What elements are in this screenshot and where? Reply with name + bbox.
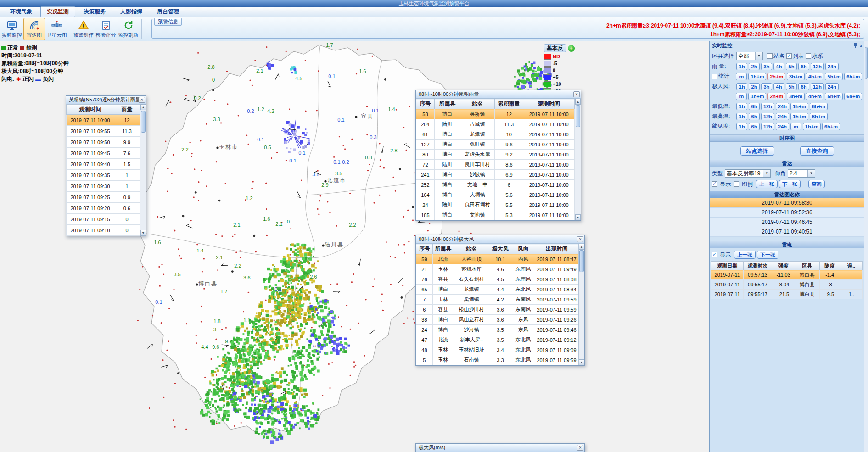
radar-show-checkbox[interactable] — [712, 181, 717, 187]
stats-checkbox[interactable] — [712, 74, 717, 79]
table-row[interactable]: 24陆川良田石垌村5.52019-07-11 10:00 — [416, 200, 575, 210]
chevron-down-icon[interactable]: ▼ — [763, 170, 770, 177]
window-titlebar[interactable]: 极大风(m/s) × — [416, 444, 584, 452]
table-row[interactable]: 61博白龙潭镇102019-07-11 10:00 — [416, 129, 575, 140]
quick-button-2h[interactable]: 2h — [749, 63, 760, 70]
timeseries-button[interactable]: 站点选择 — [740, 146, 774, 156]
quick-button-4h+m[interactable]: 4h+m — [806, 93, 824, 100]
lightning-show-checkbox[interactable] — [712, 252, 717, 257]
table-row[interactable]: 76容县石头石剑村4.5东南风2019-07-11 08:08 — [416, 274, 578, 285]
quick-button-24h[interactable]: 24h — [776, 123, 789, 130]
quick-button-6h+m[interactable]: 6h+m — [810, 113, 828, 120]
quick-button-6h[interactable]: 6h — [798, 63, 809, 70]
toolbar-button[interactable]: 实时监控 — [1, 18, 22, 40]
toolbar-button[interactable]: 卫星云图 — [46, 18, 67, 40]
quick-button-6h+m[interactable]: 6h+m — [810, 103, 828, 110]
table-row[interactable]: 2019-07-11 09:100 — [67, 225, 140, 236]
table-row[interactable]: 2019-07-11 09:301 — [67, 181, 140, 192]
radar-type-select[interactable]: 基本反射率19 ▼ — [725, 169, 771, 178]
column-header[interactable]: 极大风 — [489, 244, 511, 254]
table-row[interactable]: 7玉林卖酒镇4.2东南风2019-07-11 09:59 — [416, 295, 578, 305]
column-header[interactable]: 陡度 — [819, 262, 840, 270]
window-titlebar[interactable]: 08时~10时00分钟累积雨量 × — [416, 90, 581, 99]
scrollbar[interactable]: ▲ ▼ — [140, 104, 146, 236]
quick-button-12h[interactable]: 12h — [811, 63, 824, 70]
column-header[interactable]: 所属县 — [434, 99, 460, 109]
scroll-thumb[interactable] — [141, 111, 146, 133]
timeseries-button[interactable]: 直接查询 — [800, 146, 834, 156]
quick-button-1h+m[interactable]: 1h+m — [790, 103, 808, 110]
quick-button-6h[interactable]: 6h — [798, 83, 809, 90]
quick-button-1h+m[interactable]: 1h+m — [803, 123, 821, 130]
table-row[interactable]: 24博白沙河镇3.5东风2019-07-11 09:46 — [416, 325, 578, 335]
pin-icon[interactable] — [853, 43, 858, 48]
scroll-thumb[interactable] — [865, 47, 868, 79]
radar-image-item[interactable]: 2019-07-11 09:46:45 — [710, 218, 864, 227]
close-icon[interactable]: × — [577, 445, 583, 451]
close-icon[interactable]: × — [139, 97, 145, 103]
scroll-down-icon[interactable]: ▼ — [140, 230, 146, 236]
table-row[interactable]: 5玉林石南镇3.3东北风2019-07-11 09:59 — [416, 355, 578, 365]
toolbar-button[interactable]: 预警制作 — [73, 18, 94, 40]
column-header[interactable]: 序号 — [416, 244, 433, 254]
水系-checkbox[interactable] — [806, 53, 811, 59]
quick-button-1h[interactable]: 1h — [736, 113, 747, 120]
quick-button-2h+m[interactable]: 2h+m — [767, 93, 785, 100]
menu-item[interactable]: 后台管理 — [151, 6, 185, 17]
window-titlebar[interactable]: 英桥镇(N5702)逐5分钟累计雨量 × — [66, 96, 146, 104]
table-row[interactable]: 48玉林玉林站旧址3.4东北风2019-07-11 09:09 — [416, 345, 578, 355]
table-row[interactable]: 2019-07-11 09:401.5 — [67, 159, 140, 170]
quick-button-6h[interactable]: 6h — [749, 123, 760, 130]
column-header[interactable]: 风向 — [511, 244, 535, 254]
map-canvas[interactable]: 1.72.82.14.51.600.10.23.31.20.24.21.40.1… — [0, 41, 709, 452]
table-row[interactable]: 2019-07-11 09:5511.3 — [67, 126, 140, 137]
close-icon[interactable]: × — [577, 236, 583, 242]
table-row[interactable]: 2019-07-11 10:0012 — [67, 115, 140, 126]
close-icon[interactable]: × — [573, 91, 580, 97]
scrollbar[interactable]: ▲ ▼ — [578, 244, 584, 365]
lightning-next-button[interactable]: 下一张 — [757, 251, 778, 259]
table-row[interactable]: 47北流新丰大罗..3.5东北风2019-07-11 09:12 — [416, 335, 578, 345]
radar-elev-select[interactable]: 2.4 ▼ — [788, 169, 815, 178]
column-header[interactable]: 观测日期 — [711, 262, 744, 270]
quick-button-24h[interactable]: 24h — [776, 103, 789, 110]
column-header[interactable]: 误.. — [840, 262, 862, 270]
quick-button-m[interactable]: m — [736, 73, 747, 80]
table-row[interactable]: 204陆川古城镇11.32019-07-11 10:00 — [416, 119, 575, 129]
quick-button-2h+m[interactable]: 2h+m — [767, 73, 785, 80]
menu-item[interactable]: 人影指挥 — [114, 6, 149, 17]
scroll-up-icon[interactable]: ▲ — [140, 104, 146, 110]
table-row[interactable]: 58博白英桥镇122019-07-11 10:00 — [416, 109, 575, 119]
collapse-icon[interactable]: ▴ — [860, 43, 862, 48]
table-row[interactable]: 21玉林苏烟水库4.6东南风2019-07-11 09:49 — [416, 264, 578, 274]
quick-button-m[interactable]: m — [736, 93, 747, 100]
table-row[interactable]: 185博白文地镇5.32019-07-11 10:00 — [416, 210, 575, 220]
quick-button-1h[interactable]: 1h — [736, 103, 747, 110]
table-row[interactable]: 65博白龙潭镇4.4东北风2019-07-11 08:34 — [416, 285, 578, 295]
column-header[interactable]: 站名 — [454, 244, 489, 254]
scrollbar[interactable]: ▲ ▼ — [575, 99, 581, 220]
table-row[interactable]: 2019-07-11 09:509.9 — [67, 137, 140, 148]
quick-button-1h[interactable]: 1h — [736, 63, 747, 70]
table-row[interactable]: 241博白沙陂镇6.92019-07-11 10:00 — [416, 170, 575, 180]
quick-button-1h[interactable]: 1h — [736, 123, 747, 130]
table-row[interactable]: 59北流大容山顶10.1西风2019-07-11 08:47 — [416, 254, 578, 264]
toolbar-button[interactable]: 雷达图 — [23, 18, 45, 40]
column-header[interactable]: 累积雨量 — [495, 99, 523, 109]
quick-button-12h[interactable]: 12h — [811, 83, 824, 90]
quick-button-24h[interactable]: 24h — [825, 63, 839, 70]
table-row[interactable]: 2019-07-1109:57:13-11.03博白县-1.4 — [711, 270, 863, 280]
table-row[interactable]: 252博白文地一中62019-07-11 10:00 — [416, 180, 575, 190]
radar-query-button[interactable]: 查询 — [808, 180, 825, 188]
county-select[interactable]: 全部 ▼ — [736, 52, 763, 60]
quick-button-m[interactable]: m — [790, 123, 801, 130]
menu-item[interactable]: 环境气象 — [4, 6, 39, 17]
column-header[interactable]: 序号 — [416, 99, 435, 109]
chevron-down-icon[interactable]: ▼ — [807, 170, 815, 177]
quick-button-2h[interactable]: 2h — [749, 83, 760, 90]
table-row[interactable]: 2019-07-1109:55:17-21.5博白县-9.51.. — [711, 290, 863, 299]
quick-button-3h+m[interactable]: 3h+m — [787, 93, 805, 100]
column-header[interactable]: 站名 — [460, 99, 495, 109]
quick-button-6h+m[interactable]: 6h+m — [844, 73, 862, 80]
quick-button-12h[interactable]: 12h — [761, 123, 774, 130]
